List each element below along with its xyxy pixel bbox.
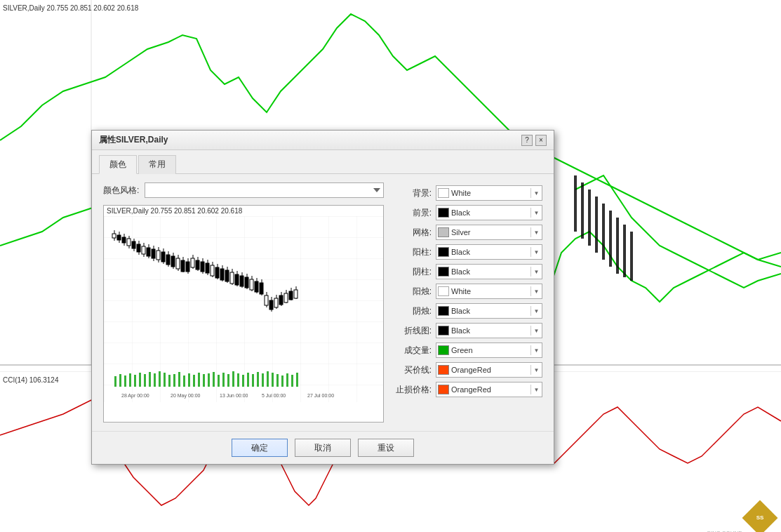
- volume-dropdown-arrow[interactable]: ▼: [530, 345, 540, 355]
- background-dropdown-arrow[interactable]: ▼: [530, 188, 540, 198]
- foreground-value: Black: [451, 208, 528, 217]
- dialog-overlay: 属性SILVER,Daily ? × 颜色 常用 颜色风格:: [0, 0, 781, 532]
- svg-rect-58: [147, 248, 150, 256]
- svg-text:27 Jul 00:00: 27 Jul 00:00: [307, 393, 334, 398]
- stop-price-swatch: [438, 385, 449, 394]
- bear-candle-select[interactable]: Black ▼: [436, 264, 542, 279]
- bear-body-dropdown-arrow[interactable]: ▼: [530, 306, 540, 316]
- close-button[interactable]: ×: [535, 135, 547, 146]
- svg-text:13 Jun 00:00: 13 Jun 00:00: [220, 393, 248, 398]
- dialog-titlebar: 属性SILVER,Daily ? ×: [92, 131, 554, 150]
- svg-rect-118: [294, 290, 298, 298]
- volume-select[interactable]: Green ▼: [436, 343, 542, 358]
- svg-text:5 Jul 00:00: 5 Jul 00:00: [262, 393, 286, 398]
- bull-candle-dropdown-arrow[interactable]: ▼: [530, 247, 540, 257]
- line-chart-swatch: [438, 326, 449, 335]
- svg-rect-144: [227, 374, 229, 387]
- line-chart-select[interactable]: Black ▼: [436, 323, 542, 338]
- svg-rect-84: [211, 265, 214, 276]
- svg-rect-124: [129, 373, 131, 387]
- help-button[interactable]: ?: [521, 135, 533, 146]
- svg-rect-82: [206, 263, 209, 273]
- background-label: 背景:: [395, 187, 432, 199]
- svg-rect-146: [237, 373, 239, 387]
- svg-rect-135: [183, 375, 185, 387]
- ask-line-value: OrangeRed: [451, 366, 528, 374]
- tab-common[interactable]: 常用: [138, 155, 176, 174]
- volume-label: 成交量:: [395, 345, 432, 357]
- svg-rect-127: [144, 374, 146, 387]
- bear-body-select[interactable]: Black ▼: [436, 303, 542, 319]
- svg-rect-64: [161, 252, 165, 262]
- grid-label: 网格:: [395, 227, 432, 239]
- volume-value: Green: [451, 346, 528, 354]
- svg-rect-68: [171, 256, 175, 267]
- svg-rect-149: [252, 374, 254, 387]
- svg-rect-143: [222, 373, 225, 387]
- color-row-ask-line: 买价线: OrangeRed ▼: [395, 362, 542, 378]
- tab-color[interactable]: 颜色: [99, 155, 137, 174]
- bull-body-swatch: [438, 286, 449, 296]
- bull-candle-swatch: [438, 247, 449, 257]
- svg-rect-106: [265, 295, 268, 305]
- foreground-dropdown-arrow[interactable]: ▼: [530, 208, 540, 218]
- line-chart-dropdown-arrow[interactable]: ▼: [530, 326, 540, 335]
- svg-rect-129: [154, 373, 156, 387]
- svg-rect-54: [137, 244, 140, 252]
- chart-preview: SILVER,Daily 20.755 20.851 20.602 20.618: [103, 205, 384, 423]
- foreground-label: 前景:: [395, 207, 432, 219]
- svg-rect-131: [163, 373, 166, 387]
- bear-body-label: 阴烛:: [395, 305, 432, 317]
- bear-candle-label: 阴柱:: [395, 266, 432, 278]
- bear-candle-dropdown-arrow[interactable]: ▼: [530, 267, 540, 277]
- grid-swatch: [438, 227, 449, 237]
- svg-rect-133: [173, 374, 175, 387]
- svg-rect-125: [134, 375, 136, 387]
- svg-rect-78: [196, 260, 199, 270]
- color-row-background: 背景: White ▼: [395, 185, 542, 201]
- svg-rect-76: [191, 258, 194, 267]
- bull-candle-select[interactable]: Black ▼: [436, 244, 542, 260]
- foreground-swatch: [438, 208, 449, 218]
- reset-button[interactable]: 重设: [358, 439, 414, 457]
- dialog-footer: 确定 取消 重设: [92, 431, 554, 464]
- svg-rect-157: [291, 375, 293, 387]
- svg-rect-155: [281, 375, 283, 387]
- svg-rect-46: [117, 235, 121, 240]
- foreground-select[interactable]: Black ▼: [436, 205, 542, 220]
- svg-rect-92: [230, 272, 234, 284]
- color-style-row: 颜色风格:: [103, 182, 384, 198]
- line-chart-value: Black: [451, 326, 528, 335]
- cancel-button[interactable]: 取消: [295, 439, 351, 457]
- color-row-bull-candle: 阳柱: Black ▼: [395, 244, 542, 260]
- ask-line-label: 买价线:: [395, 364, 432, 376]
- stop-price-dropdown-arrow[interactable]: ▼: [530, 385, 540, 394]
- grid-select[interactable]: Silver ▼: [436, 225, 542, 240]
- color-style-label: 颜色风格:: [103, 185, 139, 197]
- chart-preview-header: SILVER,Daily 20.755 20.851 20.602 20.618: [104, 206, 383, 216]
- color-row-line-chart: 折线图: Black ▼: [395, 323, 542, 338]
- bull-body-value: White: [451, 287, 528, 295]
- svg-rect-141: [213, 372, 215, 387]
- ask-line-select[interactable]: OrangeRed ▼: [436, 362, 542, 378]
- svg-rect-62: [156, 251, 160, 260]
- grid-dropdown-arrow[interactable]: ▼: [530, 227, 540, 237]
- svg-rect-96: [240, 276, 243, 286]
- svg-rect-52: [132, 241, 135, 248]
- background-select[interactable]: White ▼: [436, 185, 542, 201]
- color-style-select[interactable]: [145, 182, 384, 198]
- color-row-bull-body: 阳烛: White ▼: [395, 284, 542, 299]
- ask-line-dropdown-arrow[interactable]: ▼: [530, 365, 540, 375]
- svg-rect-136: [188, 373, 190, 387]
- bull-body-dropdown-arrow[interactable]: ▼: [530, 286, 540, 296]
- svg-rect-56: [142, 246, 145, 254]
- stop-price-select[interactable]: OrangeRed ▼: [436, 382, 542, 397]
- svg-rect-122: [119, 374, 121, 387]
- svg-rect-154: [276, 374, 279, 387]
- confirm-button[interactable]: 确定: [232, 439, 288, 457]
- ask-line-swatch: [438, 365, 449, 375]
- svg-rect-153: [272, 373, 274, 387]
- color-row-bear-body: 阴烛: Black ▼: [395, 303, 542, 319]
- svg-rect-145: [232, 371, 234, 387]
- bull-body-select[interactable]: White ▼: [436, 284, 542, 299]
